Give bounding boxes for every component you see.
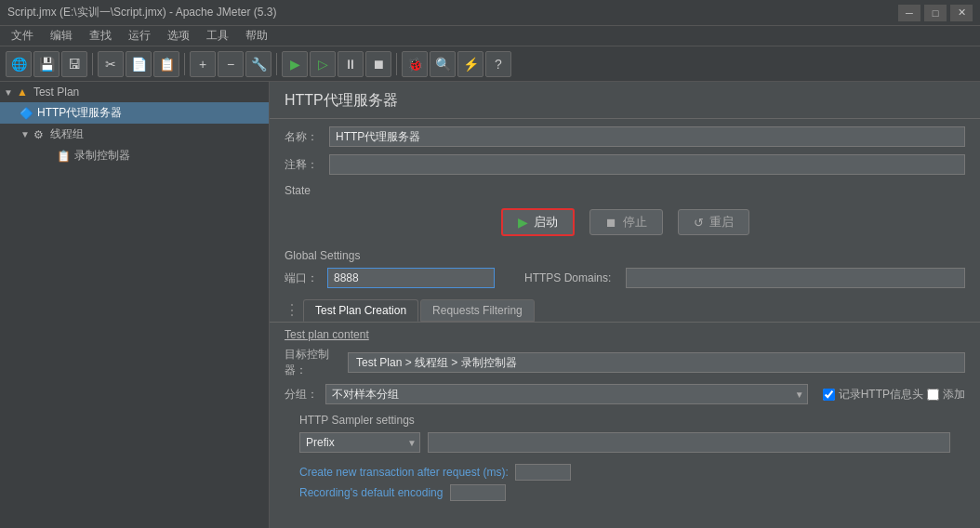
menu-file[interactable]: 文件	[4, 26, 41, 46]
thread-group-icon: ⚙	[32, 127, 46, 142]
name-input[interactable]	[329, 126, 965, 147]
testplan-icon: ▲	[15, 85, 30, 99]
sidebar-item-label-thread-group: 线程组	[50, 126, 84, 142]
recorder-icon: 📋	[56, 149, 71, 164]
https-input[interactable]	[626, 268, 965, 288]
toolbar-new[interactable]: 🌐	[6, 51, 32, 77]
tab-content-test-plan: Test plan content 目标控制器： Test Plan > 线程组…	[270, 323, 980, 508]
toolbar-save[interactable]: 🖫	[61, 51, 87, 77]
sampler-section: HTTP Sampler settings Prefix Transaction…	[285, 410, 965, 460]
toolbar-cut[interactable]: ✂	[98, 51, 124, 77]
sidebar-item-label-recorder: 录制控制器	[74, 148, 130, 164]
app-title: Script.jmx (E:\实训一\Script.jmx) - Apache …	[7, 5, 276, 20]
toolbar-debug[interactable]: 🐞	[402, 51, 428, 77]
toolbar-lightning[interactable]: ⚡	[457, 51, 483, 77]
global-settings-title: Global Settings	[285, 249, 965, 262]
target-controller-label: 目标控制器：	[285, 347, 340, 378]
prefix-select-wrapper: Prefix Transaction Name ▼	[299, 432, 420, 453]
sidebar-item-test-plan[interactable]: ▼ ▲ Test Plan	[0, 82, 269, 102]
panel-divider-top	[270, 118, 980, 119]
name-label: 名称：	[285, 129, 322, 145]
toolbar-pause[interactable]: ⏸	[338, 51, 364, 77]
name-field-row: 名称：	[270, 123, 980, 151]
toolbar-help[interactable]: ?	[485, 51, 511, 77]
start-button[interactable]: ▶ 启动	[501, 208, 575, 236]
recording-encoding-input[interactable]	[450, 484, 506, 501]
sampler-row: Prefix Transaction Name ▼	[299, 432, 950, 453]
target-controller-value: Test Plan > 线程组 > 录制控制器	[348, 352, 965, 373]
sampler-title: HTTP Sampler settings	[299, 414, 950, 427]
toolbar-stop[interactable]: ⏹	[365, 51, 391, 77]
toolbar-open[interactable]: 💾	[33, 51, 60, 77]
add-label: 添加	[943, 387, 965, 403]
port-row: 端口：	[285, 268, 495, 288]
global-settings-section: Global Settings 端口： HTTPS Domains:	[270, 244, 980, 294]
sidebar-item-label-test-plan: Test Plan	[33, 86, 79, 99]
restart-button[interactable]: ↺ 重启	[678, 209, 749, 235]
sidebar-item-http-proxy[interactable]: 🔷 HTTP代理服务器	[0, 102, 269, 124]
menu-run[interactable]: 运行	[121, 26, 158, 46]
toolbar: 🌐 💾 🖫 ✂ 📄 📋 + − 🔧 ▶ ▷ ⏸ ⏹ 🐞 🔍 ⚡ ?	[0, 46, 980, 82]
create-transaction-input[interactable]	[515, 464, 571, 481]
group-label: 分组：	[285, 387, 318, 403]
toolbar-settings[interactable]: 🔧	[245, 51, 271, 77]
port-input[interactable]	[327, 268, 495, 288]
state-label: State	[270, 178, 980, 201]
toolbar-search[interactable]: 🔍	[430, 51, 456, 77]
sidebar: ▼ ▲ Test Plan 🔷 HTTP代理服务器 ▼ ⚙ 线程组 📋 录制控制…	[0, 82, 270, 528]
restart-label: 重启	[709, 214, 734, 231]
tree-arrow-testplan: ▼	[4, 87, 13, 98]
record-http-headers-checkbox[interactable]	[823, 389, 835, 401]
comment-label: 注释：	[285, 157, 322, 173]
create-transaction-text: Create new transaction after request (ms…	[299, 466, 509, 479]
toolbar-run[interactable]: ▶	[282, 51, 308, 77]
stop-icon: ⏹	[605, 216, 617, 230]
toolbar-sep-3	[276, 53, 277, 75]
start-label: 启动	[534, 214, 558, 231]
prefix-input[interactable]	[428, 432, 950, 453]
toolbar-paste[interactable]: 📋	[153, 51, 179, 77]
tab-requests-filtering[interactable]: Requests Filtering	[420, 299, 535, 322]
http-proxy-icon: 🔷	[19, 106, 33, 121]
close-button[interactable]: ✕	[950, 5, 973, 21]
menu-tools[interactable]: 工具	[199, 26, 236, 46]
recording-encoding-label: Recording's default encoding	[285, 482, 965, 503]
menu-edit[interactable]: 编辑	[43, 26, 80, 46]
tab-test-plan-creation-label: Test Plan Creation	[315, 304, 406, 317]
toolbar-sep-4	[396, 53, 397, 75]
group-select-wrapper: 不对样本分组 在组间放置控制器 仅存储第一个样本 依据HTTP头切割组 ▼	[325, 384, 808, 404]
tab-requests-filtering-label: Requests Filtering	[432, 304, 523, 317]
menu-options[interactable]: 选项	[160, 26, 197, 46]
sidebar-item-thread-group[interactable]: ▼ ⚙ 线程组	[0, 124, 269, 145]
play-icon: ▶	[518, 215, 528, 230]
group-select[interactable]: 不对样本分组 在组间放置控制器 仅存储第一个样本 依据HTTP头切割组	[325, 384, 808, 404]
minimize-button[interactable]: ─	[898, 5, 920, 21]
toolbar-add[interactable]: +	[190, 51, 216, 77]
restore-button[interactable]: □	[924, 5, 947, 21]
recording-encoding-text: Recording's default encoding	[299, 486, 443, 499]
create-transaction-label: Create new transaction after request (ms…	[285, 462, 965, 482]
https-label: HTTPS Domains:	[524, 271, 611, 284]
menu-find[interactable]: 查找	[82, 26, 119, 46]
add-checkbox[interactable]	[927, 389, 939, 401]
toolbar-run-all[interactable]: ▷	[310, 51, 336, 77]
global-row: 端口： HTTPS Domains:	[285, 268, 965, 288]
stop-label: 停止	[623, 214, 647, 231]
test-plan-content-label: Test plan content	[285, 328, 965, 341]
toolbar-copy[interactable]: 📄	[126, 51, 152, 77]
menu-help[interactable]: 帮助	[238, 26, 275, 46]
restart-icon: ↺	[694, 216, 704, 230]
sidebar-item-recorder[interactable]: 📋 录制控制器	[0, 145, 269, 166]
tab-dots[interactable]: ⋮	[285, 299, 299, 322]
comment-input[interactable]	[329, 154, 965, 175]
port-label: 端口：	[285, 271, 318, 286]
tab-test-plan-creation[interactable]: Test Plan Creation	[303, 299, 418, 322]
prefix-select[interactable]: Prefix Transaction Name	[299, 432, 420, 453]
toolbar-sep-1	[92, 53, 93, 75]
panel-title: HTTP代理服务器	[270, 82, 980, 118]
record-http-headers-label: 记录HTTP信息头	[839, 387, 923, 403]
tabs-container: ⋮ Test Plan Creation Requests Filtering	[270, 294, 980, 323]
toolbar-remove[interactable]: −	[218, 51, 244, 77]
state-buttons-area: ▶ 启动 ⏹ 停止 ↺ 重启	[270, 201, 980, 244]
stop-button[interactable]: ⏹ 停止	[589, 209, 663, 235]
